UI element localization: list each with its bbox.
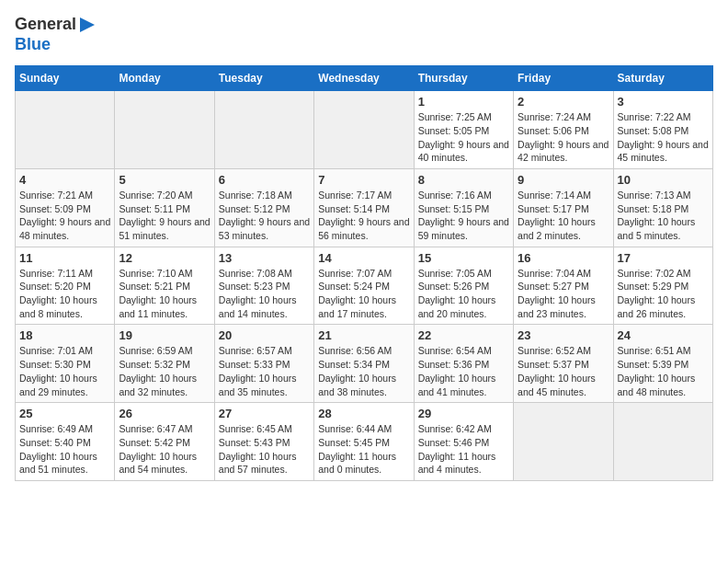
calendar-week-2: 4Sunrise: 7:21 AMSunset: 5:09 PMDaylight… [16,168,713,247]
day-info: Sunrise: 7:07 AMSunset: 5:24 PMDaylight:… [318,267,409,321]
day-info: Sunrise: 7:25 AMSunset: 5:05 PMDaylight:… [418,110,509,165]
calendar-cell: 13Sunrise: 7:08 AMSunset: 5:23 PMDayligh… [214,247,313,325]
day-info: Sunrise: 6:56 AMSunset: 5:34 PMDaylight:… [318,344,409,398]
day-number: 2 [518,95,609,109]
day-info: Sunrise: 7:16 AMSunset: 5:15 PMDaylight:… [418,189,509,243]
logo-blue: Blue [15,35,51,53]
calendar-cell: 19Sunrise: 6:59 AMSunset: 5:32 PMDayligh… [115,325,214,403]
calendar-cell: 7Sunrise: 7:17 AMSunset: 5:14 PMDaylight… [314,168,414,247]
weekday-header-monday: Monday [115,66,214,91]
day-number: 28 [318,407,409,420]
day-number: 29 [418,407,509,420]
day-number: 17 [618,251,709,265]
day-info: Sunrise: 7:13 AMSunset: 5:18 PMDaylight:… [618,189,709,243]
day-info: Sunrise: 7:22 AMSunset: 5:08 PMDaylight:… [618,110,709,165]
logo-arrow-icon [78,16,97,34]
day-info: Sunrise: 7:08 AMSunset: 5:23 PMDaylight:… [219,267,310,321]
calendar-cell: 18Sunrise: 7:01 AMSunset: 5:30 PMDayligh… [16,325,115,403]
calendar-cell: 24Sunrise: 6:51 AMSunset: 5:39 PMDayligh… [613,325,712,403]
calendar-cell: 21Sunrise: 6:56 AMSunset: 5:34 PMDayligh… [314,325,414,403]
calendar-table: SundayMondayTuesdayWednesdayThursdayFrid… [15,65,713,481]
day-info: Sunrise: 6:49 AMSunset: 5:40 PMDaylight:… [19,422,110,477]
day-number: 7 [318,173,409,187]
day-info: Sunrise: 7:14 AMSunset: 5:17 PMDaylight:… [518,189,609,243]
day-info: Sunrise: 6:42 AMSunset: 5:46 PMDaylight:… [418,422,509,477]
day-number: 8 [418,173,509,187]
calendar-cell: 12Sunrise: 7:10 AMSunset: 5:21 PMDayligh… [115,247,214,325]
page-header: General Blue [15,15,713,54]
day-number: 16 [518,251,609,265]
day-number: 14 [318,251,409,265]
day-number: 15 [418,251,509,265]
calendar-cell: 25Sunrise: 6:49 AMSunset: 5:40 PMDayligh… [16,403,115,481]
day-info: Sunrise: 7:11 AMSunset: 5:20 PMDaylight:… [19,267,110,321]
svg-marker-0 [80,17,95,32]
day-info: Sunrise: 6:47 AMSunset: 5:42 PMDaylight:… [119,422,210,477]
calendar-cell: 23Sunrise: 6:52 AMSunset: 5:37 PMDayligh… [514,325,613,403]
calendar-cell: 29Sunrise: 6:42 AMSunset: 5:46 PMDayligh… [414,403,513,481]
day-number: 19 [119,328,210,342]
calendar-cell: 11Sunrise: 7:11 AMSunset: 5:20 PMDayligh… [16,247,115,325]
weekday-header-saturday: Saturday [613,66,712,91]
calendar-cell: 9Sunrise: 7:14 AMSunset: 5:17 PMDaylight… [514,168,613,247]
day-number: 5 [119,173,210,187]
day-info: Sunrise: 7:05 AMSunset: 5:26 PMDaylight:… [418,267,509,321]
calendar-cell: 17Sunrise: 7:02 AMSunset: 5:29 PMDayligh… [613,247,712,325]
day-info: Sunrise: 7:10 AMSunset: 5:21 PMDaylight:… [119,267,210,321]
calendar-cell: 5Sunrise: 7:20 AMSunset: 5:11 PMDaylight… [115,168,214,247]
day-info: Sunrise: 6:44 AMSunset: 5:45 PMDaylight:… [318,422,409,477]
day-info: Sunrise: 7:02 AMSunset: 5:29 PMDaylight:… [618,267,709,321]
calendar-cell: 3Sunrise: 7:22 AMSunset: 5:08 PMDaylight… [613,91,712,169]
weekday-header-sunday: Sunday [16,66,115,91]
calendar-cell: 15Sunrise: 7:05 AMSunset: 5:26 PMDayligh… [414,247,513,325]
day-number: 25 [19,407,110,420]
day-info: Sunrise: 7:21 AMSunset: 5:09 PMDaylight:… [19,189,110,243]
calendar-cell: 20Sunrise: 6:57 AMSunset: 5:33 PMDayligh… [214,325,313,403]
day-number: 4 [19,173,110,187]
calendar-cell: 16Sunrise: 7:04 AMSunset: 5:27 PMDayligh… [514,247,613,325]
day-info: Sunrise: 6:59 AMSunset: 5:32 PMDaylight:… [119,344,210,398]
day-number: 6 [219,173,310,187]
day-number: 1 [418,95,509,109]
day-info: Sunrise: 6:57 AMSunset: 5:33 PMDaylight:… [219,344,310,398]
day-info: Sunrise: 7:24 AMSunset: 5:06 PMDaylight:… [518,110,609,165]
weekday-header-row: SundayMondayTuesdayWednesdayThursdayFrid… [16,66,713,91]
day-number: 26 [119,407,210,420]
day-number: 21 [318,328,409,342]
calendar-cell: 1Sunrise: 7:25 AMSunset: 5:05 PMDaylight… [414,91,513,169]
day-info: Sunrise: 7:17 AMSunset: 5:14 PMDaylight:… [318,189,409,243]
day-number: 13 [219,251,310,265]
calendar-cell: 10Sunrise: 7:13 AMSunset: 5:18 PMDayligh… [613,168,712,247]
day-number: 3 [618,95,709,109]
day-info: Sunrise: 6:45 AMSunset: 5:43 PMDaylight:… [219,422,310,477]
calendar-week-4: 18Sunrise: 7:01 AMSunset: 5:30 PMDayligh… [16,325,713,403]
day-number: 9 [518,173,609,187]
calendar-cell [214,91,313,169]
calendar-cell: 27Sunrise: 6:45 AMSunset: 5:43 PMDayligh… [214,403,313,481]
calendar-cell: 4Sunrise: 7:21 AMSunset: 5:09 PMDaylight… [16,168,115,247]
calendar-cell [16,91,115,169]
day-number: 27 [219,407,310,420]
calendar-cell: 6Sunrise: 7:18 AMSunset: 5:12 PMDaylight… [214,168,313,247]
day-info: Sunrise: 7:18 AMSunset: 5:12 PMDaylight:… [219,189,310,243]
calendar-cell [613,403,712,481]
calendar-cell: 28Sunrise: 6:44 AMSunset: 5:45 PMDayligh… [314,403,414,481]
weekday-header-tuesday: Tuesday [214,66,313,91]
day-info: Sunrise: 7:04 AMSunset: 5:27 PMDaylight:… [518,267,609,321]
day-info: Sunrise: 6:51 AMSunset: 5:39 PMDaylight:… [618,344,709,398]
day-number: 18 [19,328,110,342]
calendar-cell: 22Sunrise: 6:54 AMSunset: 5:36 PMDayligh… [414,325,513,403]
day-info: Sunrise: 6:54 AMSunset: 5:36 PMDaylight:… [418,344,509,398]
day-number: 11 [19,251,110,265]
day-number: 20 [219,328,310,342]
logo-container: General Blue [15,15,97,54]
day-number: 12 [119,251,210,265]
calendar-cell [514,403,613,481]
calendar-cell: 8Sunrise: 7:16 AMSunset: 5:15 PMDaylight… [414,168,513,247]
day-info: Sunrise: 6:52 AMSunset: 5:37 PMDaylight:… [518,344,609,398]
day-number: 24 [618,328,709,342]
calendar-cell: 2Sunrise: 7:24 AMSunset: 5:06 PMDaylight… [514,91,613,169]
weekday-header-wednesday: Wednesday [314,66,414,91]
calendar-body: 1Sunrise: 7:25 AMSunset: 5:05 PMDaylight… [16,91,713,481]
calendar-week-1: 1Sunrise: 7:25 AMSunset: 5:05 PMDaylight… [16,91,713,169]
